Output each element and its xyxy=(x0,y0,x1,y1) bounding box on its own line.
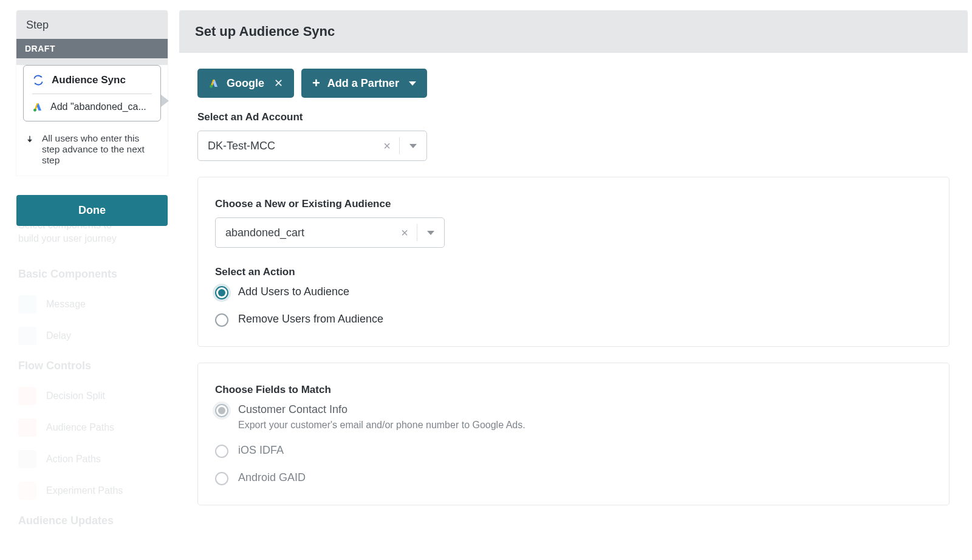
radio-add-users-label: Add Users to Audience xyxy=(238,285,349,298)
ad-account-value: DK-Test-MCC xyxy=(198,140,375,152)
component-decision-split: Decision Split xyxy=(18,387,152,405)
fields-label: Choose Fields to Match xyxy=(215,384,932,396)
main-header: Set up Audience Sync xyxy=(179,10,968,53)
section-basic-components: Basic Components xyxy=(18,267,152,282)
remove-partner-icon[interactable]: ✕ xyxy=(274,77,283,90)
canvas-sidebar-background: Select components to build your user jou… xyxy=(18,219,152,539)
radio-remove-users[interactable]: Remove Users from Audience xyxy=(215,313,932,327)
radio-icon xyxy=(215,286,228,299)
audience-action-section: Choose a New or Existing Audience abando… xyxy=(197,177,950,347)
component-delay: Delay xyxy=(18,327,152,345)
audience-value: abandoned_cart xyxy=(216,227,392,239)
step-card[interactable]: Audience Sync Add "abandoned_ca... xyxy=(23,65,161,121)
radio-icon xyxy=(215,472,228,485)
add-partner-button[interactable]: + Add a Partner xyxy=(301,69,427,98)
radio-remove-users-label: Remove Users from Audience xyxy=(238,313,383,326)
chevron-down-icon xyxy=(427,231,434,235)
draft-badge: DRAFT xyxy=(16,39,168,58)
ad-account-select[interactable]: DK-Test-MCC × xyxy=(197,131,427,161)
ad-account-dropdown-toggle[interactable] xyxy=(400,144,426,148)
audience-label: Choose a New or Existing Audience xyxy=(215,198,932,210)
radio-android-gaid-label: Android GAID xyxy=(238,471,306,484)
step-card-title: Audience Sync xyxy=(52,74,126,86)
section-flow-controls: Flow Controls xyxy=(18,358,152,374)
svg-point-5 xyxy=(210,85,213,88)
radio-android-gaid[interactable]: Android GAID xyxy=(215,471,932,485)
step-card-subtitle: Add "abandoned_ca... xyxy=(50,101,146,112)
clear-audience-icon[interactable]: × xyxy=(392,226,417,240)
component-audience-paths: Audience Paths xyxy=(18,418,152,437)
component-experiment-paths: Experiment Paths xyxy=(18,482,152,500)
arrow-down-icon xyxy=(25,134,36,166)
clear-ad-account-icon[interactable]: × xyxy=(375,139,399,153)
radio-ios-idfa[interactable]: iOS IDFA xyxy=(215,444,932,458)
audience-sync-icon xyxy=(32,74,44,86)
radio-icon xyxy=(215,404,228,417)
svg-point-2 xyxy=(33,109,36,112)
partner-chip-label: Google xyxy=(227,77,264,90)
fields-match-section: Choose Fields to Match Customer Contact … xyxy=(197,363,950,505)
radio-contact-info-label: Customer Contact Info xyxy=(238,403,525,416)
step-header: Step xyxy=(16,10,168,39)
audience-select[interactable]: abandoned_cart × xyxy=(215,217,445,248)
component-action-paths: Action Paths xyxy=(18,450,152,468)
chevron-down-icon xyxy=(409,144,417,148)
radio-icon xyxy=(215,313,228,327)
radio-contact-info-desc: Export your customer's email and/or phon… xyxy=(238,420,525,431)
ad-account-label: Select an Ad Account xyxy=(197,111,950,123)
radio-icon xyxy=(215,445,228,458)
chevron-down-icon xyxy=(409,81,416,86)
action-label: Select an Action xyxy=(215,266,932,278)
advance-note: All users who enter this step advance to… xyxy=(16,128,168,176)
page-title: Set up Audience Sync xyxy=(195,24,952,39)
connector-arrow-icon xyxy=(161,95,169,107)
google-ads-icon xyxy=(32,101,43,112)
radio-add-users[interactable]: Add Users to Audience xyxy=(215,285,932,299)
radio-contact-info[interactable]: Customer Contact Info Export your custom… xyxy=(215,403,932,431)
component-message: Message xyxy=(18,295,152,313)
hint-line: build your user journey xyxy=(18,233,117,244)
google-ads-icon xyxy=(208,78,219,89)
radio-ios-idfa-label: iOS IDFA xyxy=(238,444,284,457)
audience-dropdown-toggle[interactable] xyxy=(417,231,444,235)
step-panel: Step DRAFT Audience Sync Add "abandoned_… xyxy=(16,10,168,176)
advance-text: All users who enter this step advance to… xyxy=(42,133,159,166)
section-audience-updates: Audience Updates xyxy=(18,513,152,528)
add-partner-label: Add a Partner xyxy=(327,77,399,90)
partner-chip-google[interactable]: Google ✕ xyxy=(197,69,294,98)
done-button[interactable]: Done xyxy=(16,195,168,226)
main-panel: Set up Audience Sync Google ✕ + Add a Pa… xyxy=(179,10,968,560)
